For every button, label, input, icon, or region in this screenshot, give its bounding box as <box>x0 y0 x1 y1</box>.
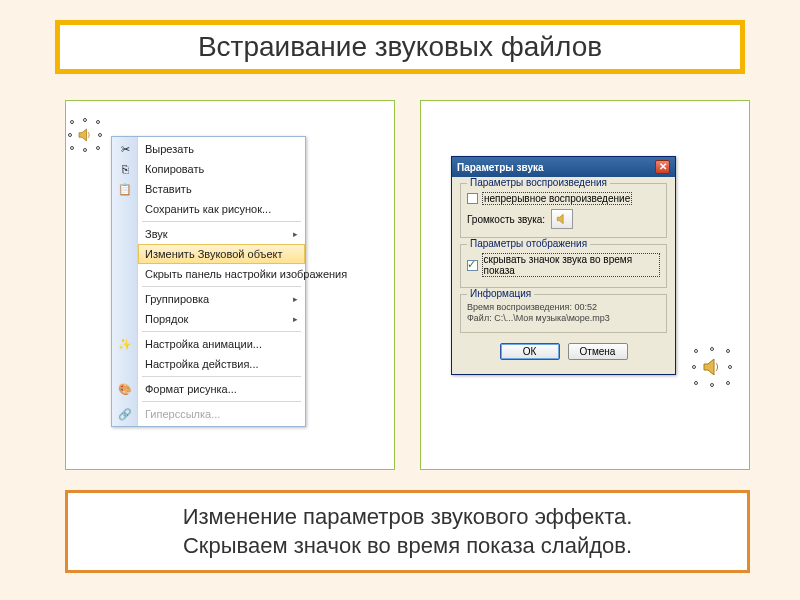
playback-group: Параметры воспроизведения непрерывное во… <box>460 183 667 238</box>
cancel-button[interactable]: Отмена <box>568 343 628 360</box>
checkbox-unchecked[interactable] <box>467 193 478 204</box>
cm-label: Вырезать <box>145 143 194 155</box>
speaker-icon <box>555 212 569 226</box>
close-icon[interactable]: ✕ <box>655 160 670 174</box>
cm-label: Настройка анимации... <box>145 338 262 350</box>
cm-label: Скрыть панель настройки изображения <box>145 268 347 280</box>
separator <box>142 376 301 377</box>
cm-sound[interactable]: Звук▸ <box>138 224 305 244</box>
cm-label: Формат рисунка... <box>145 383 237 395</box>
cm-label: Настройка действия... <box>145 358 259 370</box>
chevron-right-icon: ▸ <box>293 294 298 304</box>
cm-label: Порядок <box>145 313 188 325</box>
separator <box>142 401 301 402</box>
group-legend: Параметры отображения <box>467 238 590 249</box>
palette-icon: 🎨 <box>117 381 133 397</box>
hide-icon-row[interactable]: скрывать значок звука во время показа <box>467 253 660 277</box>
page-title: Встраивание звуковых файлов <box>55 20 745 74</box>
cm-hide-image-toolbar[interactable]: Скрыть панель настройки изображения <box>138 264 305 284</box>
cm-grouping[interactable]: Группировка▸ <box>138 289 305 309</box>
link-icon: 🔗 <box>117 406 133 422</box>
cm-edit-sound-object[interactable]: Изменить Звуковой объект <box>138 244 305 264</box>
sound-options-dialog: Параметры звука ✕ Параметры воспроизведе… <box>451 156 676 375</box>
group-legend: Информация <box>467 288 534 299</box>
cm-action-settings[interactable]: Настройка действия... <box>138 354 305 374</box>
scissors-icon: ✂ <box>117 141 133 157</box>
cm-label: Сохранить как рисунок... <box>145 203 271 215</box>
panel-dialog: Параметры звука ✕ Параметры воспроизведе… <box>420 100 750 470</box>
context-menu: ✂Вырезать ⎘Копировать 📋Вставить Сохранит… <box>111 136 306 427</box>
speaker-icon-select[interactable] <box>76 126 94 144</box>
cm-label: Группировка <box>145 293 209 305</box>
checkbox-label: непрерывное воспроизведение <box>482 192 632 205</box>
caption-line: Скрываем значок во время показа слайдов. <box>80 532 735 561</box>
sparkle-icon: ✨ <box>117 336 133 352</box>
ok-button[interactable]: ОК <box>500 343 560 360</box>
speaker-icon-select[interactable] <box>700 355 724 379</box>
caption: Изменение параметров звукового эффекта. … <box>65 490 750 573</box>
checkbox-label: скрывать значок звука во время показа <box>482 253 660 277</box>
cm-paste[interactable]: 📋Вставить <box>138 179 305 199</box>
cm-label: Вставить <box>145 183 192 195</box>
separator <box>142 221 301 222</box>
cm-label: Изменить Звуковой объект <box>145 248 283 260</box>
cm-format-picture[interactable]: 🎨Формат рисунка... <box>138 379 305 399</box>
cm-order[interactable]: Порядок▸ <box>138 309 305 329</box>
cm-copy[interactable]: ⎘Копировать <box>138 159 305 179</box>
cm-cut[interactable]: ✂Вырезать <box>138 139 305 159</box>
separator <box>142 286 301 287</box>
cm-save-as-picture[interactable]: Сохранить как рисунок... <box>138 199 305 219</box>
paste-icon: 📋 <box>117 181 133 197</box>
info-group: Информация Время воспроизведения: 00:52 … <box>460 294 667 333</box>
info-duration: Время воспроизведения: 00:52 <box>467 302 660 312</box>
dialog-titlebar[interactable]: Параметры звука ✕ <box>452 157 675 177</box>
info-filepath: Файл: C:\...\Моя музыка\море.mp3 <box>467 313 660 323</box>
separator <box>142 331 301 332</box>
chevron-right-icon: ▸ <box>293 314 298 324</box>
cm-label: Копировать <box>145 163 204 175</box>
checkbox-checked[interactable] <box>467 260 478 271</box>
cm-label: Звук <box>145 228 168 240</box>
volume-button[interactable] <box>551 209 573 229</box>
continuous-playback-row[interactable]: непрерывное воспроизведение <box>467 192 660 205</box>
group-legend: Параметры воспроизведения <box>467 177 610 188</box>
display-group: Параметры отображения скрывать значок зв… <box>460 244 667 288</box>
chevron-right-icon: ▸ <box>293 229 298 239</box>
cm-animation-settings[interactable]: ✨Настройка анимации... <box>138 334 305 354</box>
panel-context-menu: ✂Вырезать ⎘Копировать 📋Вставить Сохранит… <box>65 100 395 470</box>
copy-icon: ⎘ <box>117 161 133 177</box>
volume-label: Громкость звука: <box>467 214 545 225</box>
dialog-title-text: Параметры звука <box>457 162 544 173</box>
cm-label: Гиперссылка... <box>145 408 220 420</box>
cm-hyperlink: 🔗Гиперссылка... <box>138 404 305 424</box>
caption-line: Изменение параметров звукового эффекта. <box>80 503 735 532</box>
